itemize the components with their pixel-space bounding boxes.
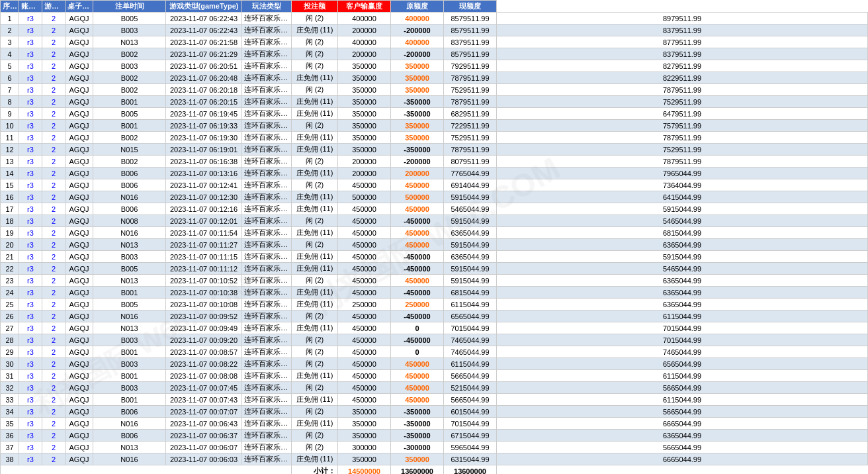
cell-hall: 2: [42, 132, 65, 144]
col-account: 账户名称: [19, 1, 42, 13]
cell-table-num: B006: [93, 167, 166, 179]
table-row: 24 r3 2 AGQJ B001 2023-11-07 00:10:38 连环…: [1, 287, 868, 299]
cell-table: AGQJ: [65, 263, 93, 275]
cell-bet-amount: 500000: [338, 191, 391, 203]
cell-game-type: 连环百家乐 (LINK): [242, 370, 292, 382]
cell-bet-amount: 450000: [338, 382, 391, 394]
cell-table: AGQJ: [65, 287, 93, 299]
cell-customer-win: 450000: [391, 203, 444, 215]
cell-account: r3: [19, 72, 42, 84]
cell-game-type: 连环百家乐 (LINK): [242, 203, 292, 215]
cell-bet-amount: 200000: [338, 156, 391, 167]
cell-game-type: 连环百家乐 (LINK): [242, 108, 292, 120]
cell-account: r3: [19, 179, 42, 191]
cell-bet-time: 2023-11-07 00:11:15: [166, 251, 242, 263]
table-header-row: 序号 账户名称 游戏厅 桌子编号 注单时间 游戏类型(gameType) 玩法类…: [1, 1, 868, 13]
cell-customer-win: -350000: [391, 108, 444, 120]
cell-original: 5915044.99: [444, 191, 497, 203]
cell-original: 7015044.99: [444, 322, 497, 334]
cell-table-num: N016: [93, 418, 166, 430]
cell-table: AGQJ: [65, 442, 93, 453]
cell-table: AGQJ: [65, 179, 93, 191]
col-customer-win: 客户输赢度: [338, 1, 391, 13]
cell-bet-amount: 350000: [338, 430, 391, 442]
cell-customer-win: 350000: [391, 453, 444, 465]
cell-seq: 2: [1, 24, 19, 36]
cell-account: r3: [19, 334, 42, 346]
cell-original: 7465044.99: [444, 346, 497, 358]
cell-current: 6365044.99: [497, 275, 868, 287]
cell-original: 7765044.99: [444, 167, 497, 179]
cell-table: AGQJ: [65, 120, 93, 132]
cell-play-type: 庄免佣 (11): [292, 72, 338, 84]
cell-account: r3: [19, 48, 42, 60]
cell-table-num: B005: [93, 108, 166, 120]
cell-seq: 35: [1, 418, 19, 430]
cell-current: 7879511.99: [497, 132, 868, 144]
cell-bet-time: 2023-11-07 00:09:52: [166, 310, 242, 322]
cell-game-type: 连环百家乐 (LINK): [242, 346, 292, 358]
cell-bet-amount: 450000: [338, 263, 391, 275]
cell-original: 7879511.99: [444, 72, 497, 84]
cell-bet-amount: 400000: [338, 13, 391, 24]
cell-current: 6115044.99: [497, 394, 868, 406]
table-row: 23 r3 2 AGQJ N013 2023-11-07 00:10:52 连环…: [1, 275, 868, 287]
cell-bet-time: 2023-11-07 00:08:57: [166, 346, 242, 358]
cell-table-num: B002: [93, 72, 166, 84]
cell-original: 6365044.99: [444, 251, 497, 263]
cell-bet-time: 2023-11-07 06:19:33: [166, 120, 242, 132]
cell-bet-amount: 400000: [338, 36, 391, 48]
cell-table-num: B005: [93, 13, 166, 24]
cell-hall: 2: [42, 203, 65, 215]
cell-bet-time: 2023-11-07 00:10:38: [166, 287, 242, 299]
cell-seq: 22: [1, 263, 19, 275]
cell-customer-win: -350000: [391, 96, 444, 108]
cell-bet-time: 2023-11-07 06:20:18: [166, 84, 242, 96]
cell-play-type: 庄免佣 (11): [292, 418, 338, 430]
cell-play-type: 闲 (2): [292, 346, 338, 358]
cell-current: 6665044.99: [497, 418, 868, 430]
cell-game-type: 连环百家乐 (LINK): [242, 96, 292, 108]
table-row: 27 r3 2 AGQJ N013 2023-11-07 00:09:49 连环…: [1, 322, 868, 334]
cell-customer-win: 350000: [391, 72, 444, 84]
cell-game-type: 连环百家乐 (LINK): [242, 24, 292, 36]
table-row: 31 r3 2 AGQJ B001 2023-11-07 00:08:08 连环…: [1, 370, 868, 382]
cell-current: 5915044.99: [497, 251, 868, 263]
cell-bet-amount: 450000: [338, 215, 391, 227]
cell-seq: 14: [1, 167, 19, 179]
table-row: 19 r3 2 AGQJ N016 2023-11-07 00:11:54 连环…: [1, 227, 868, 239]
cell-customer-win: -200000: [391, 24, 444, 36]
cell-original: 5215044.99: [444, 382, 497, 394]
cell-customer-win: 200000: [391, 167, 444, 179]
cell-customer-win: -200000: [391, 156, 444, 167]
cell-original: 6829511.99: [444, 108, 497, 120]
cell-bet-amount: 450000: [338, 394, 391, 406]
cell-original: 6815044.99: [444, 287, 497, 299]
table-row: 12 r3 2 AGQJ N015 2023-11-07 06:19:01 连环…: [1, 144, 868, 156]
cell-game-type: 连环百家乐 (LINK): [242, 156, 292, 167]
table-row: 22 r3 2 AGQJ B005 2023-11-07 00:11:12 连环…: [1, 263, 868, 275]
cell-game-type: 连环百家乐 (LINK): [242, 406, 292, 418]
cell-play-type: 闲 (2): [292, 275, 338, 287]
cell-table: AGQJ: [65, 251, 93, 263]
cell-table: AGQJ: [65, 203, 93, 215]
cell-table: AGQJ: [65, 453, 93, 465]
cell-table-num: B001: [93, 287, 166, 299]
cell-customer-win: 350000: [391, 84, 444, 96]
cell-game-type: 连环百家乐 (LINK): [242, 72, 292, 84]
cell-game-type: 连环百家乐 (LINK): [242, 299, 292, 310]
cell-game-type: 连环百家乐 (LINK): [242, 132, 292, 144]
cell-customer-win: 400000: [391, 36, 444, 48]
cell-seq: 38: [1, 453, 19, 465]
cell-bet-amount: 450000: [338, 310, 391, 322]
cell-account: r3: [19, 346, 42, 358]
cell-bet-time: 2023-11-07 00:08:08: [166, 370, 242, 382]
cell-current: 7965044.99: [497, 167, 868, 179]
cell-bet-time: 2023-11-07 00:11:27: [166, 239, 242, 251]
cell-play-type: 庄免佣 (11): [292, 251, 338, 263]
cell-current: 6479511.99: [497, 108, 868, 120]
cell-account: r3: [19, 322, 42, 334]
cell-bet-amount: 450000: [338, 322, 391, 334]
cell-table-num: B005: [93, 299, 166, 310]
cell-play-type: 闲 (2): [292, 358, 338, 370]
